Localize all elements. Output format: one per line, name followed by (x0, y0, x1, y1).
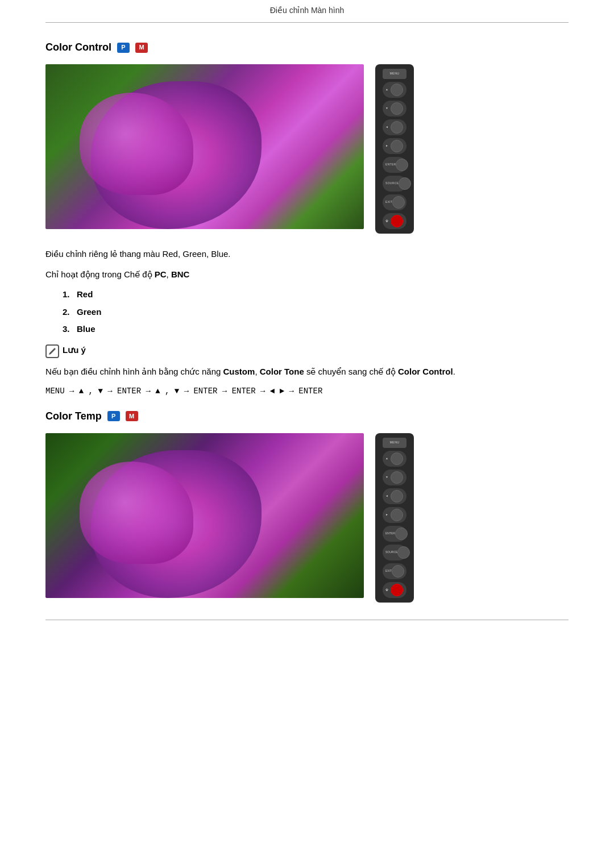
remote-btn-circle (391, 140, 403, 152)
remote-btn-circle-2 (391, 452, 403, 465)
remote-btn-circle (392, 196, 405, 209)
remote-exit-button-2[interactable]: EXIT (383, 563, 406, 579)
remote-btn-circle-2 (392, 565, 404, 578)
remote-control-1: MENU ▲ ▼ ◄ ► ENTER (375, 64, 414, 234)
remote-down-button[interactable]: ▼ (383, 101, 406, 117)
note-text: Lưu ý (63, 344, 86, 357)
remote-btn-circle-2 (397, 546, 410, 559)
remote-up-label: ▲ (385, 88, 388, 92)
color-control-desc1: Điều chỉnh riêng lẻ thang màu Red, Green… (45, 247, 569, 261)
list-item-blue: 3. Blue (63, 323, 569, 336)
remote-btn-circle (396, 159, 408, 171)
bottom-rule (45, 620, 569, 620)
remote-source-button[interactable]: SOURCE (383, 176, 406, 192)
remote-right-label: ► (385, 144, 388, 148)
pencil-icon (48, 347, 56, 355)
page-header: Điều chỉnh Màn hình (45, 0, 569, 23)
remote-left-label: ◄ (385, 125, 388, 130)
color-temp-badge-p: P (107, 411, 120, 421)
color-temp-image-section: MENU ▲ ▼ ◄ ► ENTER SOUR (45, 433, 569, 603)
remote-power-circle-2 (391, 584, 403, 596)
list-item-green: 2. Green (63, 306, 569, 319)
remote-btn-circle-2 (395, 528, 408, 540)
header-title: Điều chỉnh Màn hình (270, 6, 345, 15)
color-temp-badge-m: M (126, 411, 138, 421)
color-control-image-section: MENU ▲ ▼ ◄ ► ENTER (45, 64, 569, 234)
remote-right-button-2[interactable]: ► (383, 507, 406, 523)
remote-btn-circle-2 (391, 490, 403, 502)
remote-btn-circle (391, 84, 403, 96)
remote-btn-circle (391, 121, 403, 134)
remote-right-button[interactable]: ► (383, 138, 406, 154)
color-control-flower-image (45, 64, 364, 229)
note-content-text: Nếu bạn điều chỉnh hình ảnh bằng chức nă… (45, 365, 569, 379)
remote-down-label: ▼ (385, 106, 388, 111)
note-box: Lưu ý (45, 344, 569, 358)
color-temp-title: Color Temp P M (45, 409, 569, 424)
remote-power-circle (391, 215, 403, 227)
remote-menu-label-2: MENU (390, 441, 400, 445)
remote-btn-circle (399, 177, 411, 190)
note-icon (45, 344, 59, 358)
color-control-desc2: Chỉ hoạt động trong Chế độ PC, BNC (45, 268, 569, 281)
remote-power-button-2[interactable]: ⏻ (383, 582, 406, 598)
remote-menu-label: MENU (390, 72, 400, 76)
remote-btn-circle-2 (391, 509, 403, 521)
remote-exit-button[interactable]: EXIT (383, 194, 406, 210)
remote-source-button-2[interactable]: SOURCE (383, 545, 406, 560)
remote-btn-circle (391, 102, 403, 115)
remote-up-button[interactable]: ▲ (383, 82, 406, 98)
remote-up-button-2[interactable]: ▲ (383, 451, 406, 467)
color-control-title: Color Control P M (45, 40, 569, 55)
remote-menu-button-2[interactable]: MENU (383, 438, 406, 448)
remote-left-button[interactable]: ◄ (383, 119, 406, 135)
remote-power-label: ⏻ (385, 219, 388, 223)
badge-m: M (135, 43, 148, 53)
remote-left-button-2[interactable]: ◄ (383, 488, 406, 504)
remote-enter-button[interactable]: ENTER (383, 157, 406, 173)
remote-down-button-2[interactable]: ▼ (383, 470, 406, 485)
color-temp-flower-image (45, 433, 364, 598)
remote-power-button[interactable]: ⏻ (383, 213, 406, 229)
list-item-red: 1. Red (63, 288, 569, 301)
remote-menu-button[interactable]: MENU (383, 69, 406, 79)
menu-path-1: MENU → ▲ , ▼ → ENTER → ▲ , ▼ → ENTER → E… (45, 385, 569, 397)
remote-control-2: MENU ▲ ▼ ◄ ► ENTER SOUR (375, 433, 414, 603)
remote-btn-circle-2 (391, 471, 403, 484)
remote-enter-button-2[interactable]: ENTER (383, 526, 406, 542)
badge-p: P (117, 43, 130, 53)
